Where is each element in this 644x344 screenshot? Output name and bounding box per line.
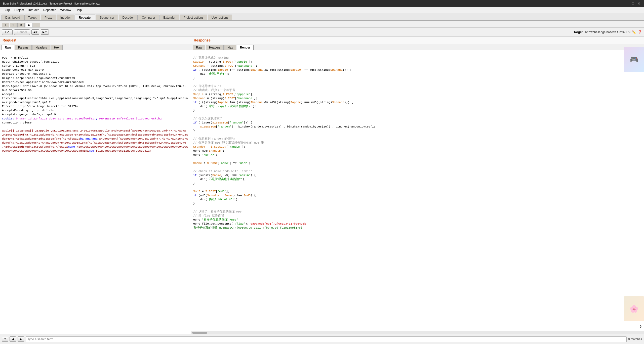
main-tab-intruder[interactable]: Intruder: [57, 15, 74, 20]
maximize-button[interactable]: □: [631, 2, 635, 6]
menu-item-repeater[interactable]: Repeater: [41, 8, 58, 12]
response-tab-render[interactable]: Render: [237, 45, 254, 50]
response-content[interactable]: // 我要让他成为 string $apple = (string)$_POST…: [191, 50, 644, 331]
main-tab-repeater[interactable]: Repeater: [75, 15, 95, 20]
page-number: 9: [640, 325, 641, 328]
go-button[interactable]: Go: [2, 29, 13, 35]
menu-item-help[interactable]: Help: [73, 8, 84, 12]
help-btn[interactable]: ?: [2, 337, 8, 342]
main-tabs: DashboardTargetProxyIntruderRepeaterSequ…: [0, 13, 644, 21]
response-tab-raw[interactable]: Raw: [193, 45, 205, 50]
titlebar-controls: — □ ✕: [625, 2, 641, 6]
response-title: Response: [191, 37, 644, 44]
search-bar: ? ◀ ▶ 0 matches: [0, 334, 644, 344]
request-tab-params[interactable]: Params: [15, 45, 32, 50]
main-tab-decoder[interactable]: Decoder: [119, 15, 138, 20]
request-content[interactable]: POST / HTTP/1.1 Host: challenge.basectf.…: [0, 50, 191, 334]
edit-target-icon[interactable]: ✏️: [632, 30, 636, 34]
request-title: Request: [0, 37, 191, 44]
request-subtabs: Raw Params Headers Hex: [0, 44, 191, 50]
main-tab-proxy[interactable]: Proxy: [41, 15, 56, 20]
response-panel: Response 🎮 Raw Headers Hex Render // 我要让…: [191, 37, 644, 334]
request-tab-headers[interactable]: Headers: [32, 45, 50, 50]
anime-decoration-bottom: 🌸: [624, 296, 644, 321]
target-info: Target: http://challenge.basectf.fun:321…: [574, 30, 642, 34]
anime-decoration-top: 🎮: [624, 47, 644, 72]
next-button[interactable]: ▶ ▾: [41, 29, 49, 35]
menu-item-project[interactable]: Project: [12, 8, 26, 12]
scrollbar-thumb[interactable]: [192, 332, 207, 334]
content-area: Request Raw Params Headers Hex POST / HT…: [0, 37, 644, 334]
rep-tab-4[interactable]: 4: [25, 23, 32, 27]
main-tab-sequencer[interactable]: Sequencer: [96, 15, 118, 20]
main-tab-project-options[interactable]: Project options: [180, 15, 207, 20]
prev-match-btn[interactable]: ◀: [10, 336, 16, 342]
rep-tab-...[interactable]: ...: [33, 23, 40, 27]
menu-item-intruder[interactable]: Intruder: [26, 8, 41, 12]
repeater-tabs: 1234...: [0, 21, 644, 28]
response-tab-headers[interactable]: Headers: [206, 45, 224, 50]
search-input[interactable]: [26, 336, 627, 342]
request-tab-hex[interactable]: Hex: [51, 45, 62, 50]
minimize-button[interactable]: —: [625, 2, 629, 6]
response-subtabs: Raw Headers Hex Render: [191, 44, 644, 50]
rep-tab-2[interactable]: 2: [10, 23, 17, 27]
close-button[interactable]: ✕: [637, 2, 641, 6]
request-tab-raw[interactable]: Raw: [2, 45, 14, 50]
help-icon[interactable]: ❓: [638, 30, 642, 34]
request-panel: Request Raw Params Headers Hex POST / HT…: [0, 37, 191, 334]
menu-item-burp[interactable]: Burp: [2, 8, 12, 12]
main-tab-comparer[interactable]: Comparer: [138, 15, 159, 20]
matches-label: 0 matches: [628, 337, 642, 341]
next-match-btn[interactable]: ▶: [18, 336, 24, 342]
main-tab-dashboard[interactable]: Dashboard: [2, 15, 24, 20]
main-tab-target[interactable]: Target: [24, 15, 40, 20]
main-tab-user-options[interactable]: User options: [208, 15, 232, 20]
titlebar-title: Burp Suite Professional v2.0.11beta - Te…: [3, 2, 100, 5]
prev-button[interactable]: ◀ ▾: [31, 29, 39, 35]
rep-tab-3[interactable]: 3: [17, 23, 25, 27]
response-tab-hex[interactable]: Hex: [224, 45, 236, 50]
rep-tab-1[interactable]: 1: [2, 23, 9, 27]
toolbar: Go Cancel ◀ ▾ ▶ ▾ Target: http://challen…: [0, 28, 644, 37]
target-url: http://challenge.basectf.fun:32179: [585, 30, 630, 34]
target-prefix: Target:: [574, 30, 584, 34]
cancel-button[interactable]: Cancel: [14, 29, 30, 35]
menu-item-window[interactable]: Window: [58, 8, 73, 12]
menubar: BurpProjectIntruderRepeaterWindowHelp: [0, 7, 644, 13]
horizontal-scrollbar[interactable]: [191, 331, 644, 334]
main-tab-extender[interactable]: Extender: [159, 15, 179, 20]
titlebar: Burp Suite Professional v2.0.11beta - Te…: [0, 0, 644, 7]
